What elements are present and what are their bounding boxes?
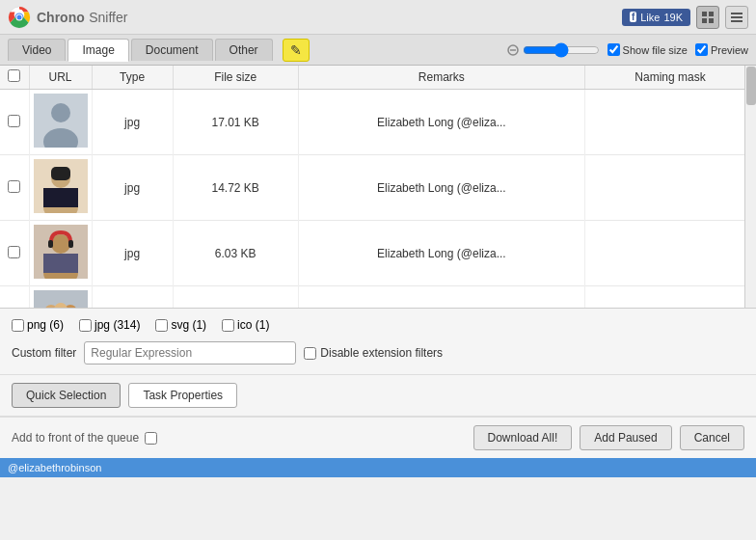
- title-bar: Chrono Sniffer f Like 19K: [0, 0, 756, 35]
- grid-view-button[interactable]: [696, 6, 719, 29]
- table-row: jpg 14.72 KB Elizabeth Long (@eliza...: [0, 155, 756, 221]
- tab-bar-right: Show file size Preview: [507, 42, 748, 58]
- row-thumbnail: [29, 221, 92, 286]
- row-checkbox-cell[interactable]: [0, 90, 29, 155]
- status-text: @elizabethrobinson: [8, 462, 101, 473]
- svg-rect-6: [702, 18, 707, 23]
- tab-video[interactable]: Video: [8, 39, 66, 61]
- bottom-tabs: Quick Selection Task Properties: [0, 375, 756, 417]
- row-naming-mask: [585, 90, 756, 155]
- tab-document[interactable]: Document: [131, 39, 213, 61]
- fb-icon: f: [630, 12, 636, 22]
- row-remarks: Elizabeth Long (@eliza...: [298, 155, 584, 221]
- image-table-container: URL Type File size Remarks Naming mask j…: [0, 66, 756, 309]
- svg-rect-9: [731, 16, 742, 18]
- svg-rect-26: [43, 254, 78, 273]
- row-filesize: 17.01 KB: [173, 90, 298, 155]
- svg-rect-24: [68, 240, 73, 248]
- row-filesize: 6.03 KB: [173, 221, 298, 286]
- row-remarks: Elizabeth Long (@eliza...: [298, 221, 584, 286]
- svg-point-3: [17, 14, 22, 19]
- col-naming-mask: Naming mask: [585, 66, 756, 90]
- image-table: URL Type File size Remarks Naming mask j…: [0, 66, 756, 309]
- row-type: jpg: [92, 155, 173, 221]
- row-checkbox-cell[interactable]: [0, 155, 29, 221]
- list-view-button[interactable]: [725, 6, 748, 29]
- grid-icon: [701, 11, 715, 24]
- col-type: Type: [92, 66, 173, 90]
- row-checkbox[interactable]: [8, 180, 20, 193]
- svg-rect-10: [731, 20, 742, 22]
- tab-image[interactable]: Image: [68, 39, 128, 62]
- row-checkbox[interactable]: [8, 115, 20, 127]
- preview-checkbox[interactable]: Preview: [695, 43, 748, 56]
- custom-filter-row: Custom filter Disable extension filters: [12, 341, 744, 364]
- list-icon: [730, 11, 743, 24]
- row-checkbox-cell[interactable]: [0, 221, 29, 286]
- row-filesize: 14.72 KB: [173, 155, 298, 221]
- row-type: jpg: [92, 90, 173, 155]
- svg-rect-7: [709, 18, 714, 23]
- footer: Add to front of the queue Download All! …: [0, 417, 756, 458]
- table-header-row: URL Type File size Remarks Naming mask: [0, 66, 756, 90]
- svg-rect-23: [48, 240, 53, 248]
- row-remarks: Elizabeth Long (@eliza...: [298, 90, 584, 155]
- zoom-out-icon: [507, 44, 519, 56]
- disable-ext-checkbox[interactable]: Disable extension filters: [304, 346, 443, 360]
- filter-check-svg[interactable]: svg (1): [155, 318, 206, 332]
- row-naming-mask: [585, 155, 756, 221]
- filter-area: png (6)jpg (314)svg (1)ico (1) Custom fi…: [0, 309, 756, 375]
- svg-rect-8: [731, 13, 742, 14]
- svg-rect-20: [43, 188, 78, 207]
- row-thumbnail: [29, 155, 92, 221]
- svg-point-14: [51, 103, 70, 122]
- svg-rect-4: [702, 12, 707, 16]
- tab-bar: Video Image Document Other ✎ Show file s…: [0, 35, 756, 66]
- title-actions: f Like 19K: [622, 6, 748, 29]
- filter-checkboxes: png (6)jpg (314)svg (1)ico (1): [12, 318, 744, 332]
- col-filesize: File size: [173, 66, 298, 90]
- row-remarks: Computershare (@com...: [298, 286, 584, 310]
- svg-rect-18: [51, 167, 70, 180]
- add-to-front-checkbox[interactable]: Add to front of the queue: [12, 431, 157, 445]
- fb-like-label: Like: [640, 12, 660, 23]
- add-paused-button[interactable]: Add Paused: [580, 425, 671, 450]
- scrollbar-thumb[interactable]: [746, 67, 756, 105]
- zoom-slider-container: [507, 42, 600, 58]
- row-filesize: 20.8 KB: [173, 286, 298, 310]
- table-row: jpg 6.03 KB Elizabeth Long (@eliza...: [0, 221, 756, 286]
- row-checkbox[interactable]: [8, 246, 20, 258]
- tab-task-properties[interactable]: Task Properties: [128, 383, 237, 408]
- download-all-button[interactable]: Download All!: [473, 425, 573, 450]
- pencil-icon: ✎: [290, 42, 302, 58]
- row-thumbnail: [29, 286, 92, 310]
- zoom-slider[interactable]: [523, 42, 600, 58]
- table-row: jpg 17.01 KB Elizabeth Long (@eliza...: [0, 90, 756, 155]
- show-file-size-checkbox[interactable]: Show file size: [608, 43, 688, 56]
- table-scrollbar[interactable]: [744, 66, 756, 308]
- row-checkbox-cell[interactable]: [0, 286, 29, 310]
- col-checkbox: [0, 66, 29, 90]
- fb-like-count: 19K: [663, 12, 683, 23]
- filter-check-png[interactable]: png (6): [12, 318, 64, 332]
- row-thumbnail: [29, 90, 92, 155]
- tab-other[interactable]: Other: [215, 39, 273, 61]
- app-title: Chrono Sniffer: [37, 9, 127, 26]
- filter-check-jpg[interactable]: jpg (314): [79, 318, 140, 332]
- col-remarks: Remarks: [298, 66, 584, 90]
- svg-rect-5: [709, 12, 714, 16]
- tab-quick-selection[interactable]: Quick Selection: [12, 383, 121, 408]
- filter-button[interactable]: ✎: [283, 39, 310, 62]
- table-row: jpg 20.8 KB Computershare (@com...: [0, 286, 756, 310]
- col-url: URL: [29, 66, 92, 90]
- cancel-button[interactable]: Cancel: [680, 425, 744, 450]
- fb-like-button[interactable]: f Like 19K: [622, 9, 690, 26]
- custom-filter-input[interactable]: [84, 341, 296, 364]
- row-type: jpg: [92, 286, 173, 310]
- row-naming-mask: [585, 286, 756, 310]
- app-logo: [8, 6, 31, 29]
- row-type: jpg: [92, 221, 173, 286]
- select-all-checkbox[interactable]: [8, 69, 20, 82]
- filter-check-ico[interactable]: ico (1): [222, 318, 269, 332]
- status-bar: @elizabethrobinson: [0, 458, 756, 477]
